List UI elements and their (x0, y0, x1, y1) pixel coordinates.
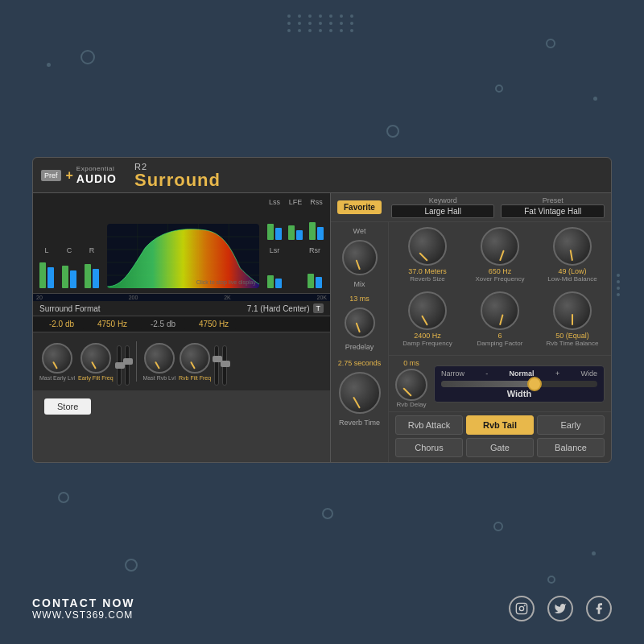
meter-Rsr: Rsr (308, 246, 322, 288)
rvb-delay-label: Rvb Delay (397, 401, 427, 408)
params-grid: 37.0 Meters Reverb Size 650 Hz Xover Fre… (389, 222, 611, 355)
faders-right (214, 337, 227, 386)
meter-Lsr: Lsr (267, 246, 282, 288)
plugin-surround-label: Surround (134, 171, 221, 189)
early-filt-value: 4750 Hz (90, 319, 134, 329)
keyword-value[interactable]: Large Hall (391, 204, 495, 218)
format-label: Surround Format (39, 304, 101, 313)
param-value-5: 50 (Equal) (555, 332, 589, 340)
mast-rvb-value: -2.5 db (141, 319, 185, 329)
eq-svg (107, 224, 259, 288)
facebook-icon[interactable] (586, 596, 612, 621)
logo-area: Exponential AUDIO (76, 165, 117, 185)
favorite-button[interactable]: Favorite (337, 200, 382, 214)
param-knob-1[interactable] (481, 227, 519, 266)
brand-audio: AUDIO (76, 172, 117, 185)
param-knob-2[interactable] (553, 227, 592, 266)
preset-col: Preset Fat Vintage Hall (501, 196, 605, 218)
brand-name: Exponential (76, 165, 117, 172)
plugin-header: Pref + Exponential AUDIO R2 Surround (33, 158, 611, 193)
twitter-icon[interactable] (547, 596, 573, 621)
rvb-filt-knob-container: Rvb Filt Freq (179, 343, 211, 381)
svg-point-10 (524, 605, 525, 606)
early-filt-knob[interactable] (80, 343, 111, 374)
param-label-5: Rvb Time Balance (547, 340, 599, 347)
tab-balance[interactable]: Balance (537, 438, 605, 457)
preset-row: Favorite Keyword Large Hall Preset Fat V… (331, 193, 611, 222)
rvb-filt-label: Rvb Filt Freq (179, 375, 211, 381)
param-label-4: Damping Factor (477, 340, 523, 347)
format-bar: Surround Format 7.1 (Hard Center) T (33, 301, 330, 316)
rvb-delay-area: 0 ms Rvb Delay (395, 359, 427, 408)
param-label-2: Low-Mid Balance (547, 275, 597, 283)
fader-track-2[interactable] (125, 345, 130, 386)
meter-empty (288, 246, 301, 288)
width-slider-thumb[interactable] (527, 377, 542, 391)
meter-C: C (62, 246, 76, 288)
param-rvb-time-bal: 50 (Equal) Rvb Time Balance (539, 291, 606, 351)
fader-thumb-2 (123, 358, 133, 365)
bottom-tabs: Rvb Attack Rvb Tail Early Chorus (389, 411, 611, 462)
format-t-button[interactable]: T (313, 303, 324, 313)
right-meters: Lss LFE (267, 198, 324, 288)
params-area: 37.0 Meters Reverb Size 650 Hz Xover Fre… (389, 222, 611, 462)
fader-track-4[interactable] (222, 345, 227, 386)
width-slider-fill (441, 381, 535, 387)
deco-circle-1 (80, 50, 95, 64)
param-knob-0[interactable] (408, 227, 447, 266)
deco-circle-6 (493, 522, 503, 531)
tab-rvb-attack[interactable]: Rvb Attack (395, 415, 463, 435)
param-knob-3[interactable] (408, 291, 447, 330)
separator-1 (136, 341, 137, 382)
deco-dot-2 (593, 97, 597, 101)
contact-text-area: CONTACT NOW WWW.VST369.COM (32, 597, 135, 621)
contact-url-label: WWW.VST369.COM (32, 609, 135, 621)
rvb-delay-knob[interactable] (395, 369, 427, 401)
meter-Lss: Lss (267, 198, 282, 240)
tab-chorus[interactable]: Chorus (395, 438, 463, 457)
meter-Rss: Rss (309, 198, 324, 240)
preset-value[interactable]: Fat Vintage Hall (501, 204, 605, 218)
left-panel: L C R (33, 193, 331, 462)
predelay-knob[interactable] (345, 308, 375, 338)
store-button[interactable]: Store (44, 398, 91, 415)
tab-gate[interactable]: Gate (466, 438, 534, 457)
pref-button[interactable]: Pref (41, 170, 61, 181)
deco-circle-7 (547, 576, 555, 584)
param-knob-4[interactable] (481, 291, 519, 330)
predelay-label: Predelay (345, 343, 374, 351)
rvb-filt-knob[interactable] (180, 343, 210, 374)
svg-point-9 (519, 606, 523, 610)
tab-early[interactable]: Early (537, 415, 605, 435)
width-normal-label: Normal (510, 369, 535, 378)
deco-circle-3 (495, 85, 503, 93)
width-slider-track[interactable] (441, 381, 597, 387)
param-reverb-size: 37.0 Meters Reverb Size (394, 227, 461, 287)
wet-column: Wet Mix 13 ms Predelay 2.75 seconds Reve… (331, 222, 389, 462)
fader-track-3[interactable] (214, 345, 219, 386)
width-title: Width (441, 389, 597, 398)
reverb-time-knob[interactable] (339, 372, 381, 414)
param-knob-5[interactable] (553, 291, 592, 330)
meter-R: R (85, 246, 99, 288)
wet-knob[interactable] (342, 240, 378, 275)
wet-label: Wet (353, 227, 366, 235)
tab-rvb-tail[interactable]: Rvb Tail (466, 415, 534, 435)
plugin-container: Pref + Exponential AUDIO R2 Surround L (32, 157, 612, 463)
meter-LFE: LFE (288, 198, 303, 240)
mast-early-knob[interactable] (42, 343, 72, 374)
mast-early-knob-container: Mast Early Lvl (39, 343, 75, 381)
fader-track-1[interactable] (117, 345, 122, 386)
param-label-0: Reverb Size (410, 275, 445, 283)
mast-rvb-knob[interactable] (144, 343, 175, 374)
channel-meters: L C R (33, 193, 330, 294)
mast-rvb-knob-container: Mast Rvb Lvl (143, 343, 175, 381)
deco-dot-3 (592, 551, 596, 555)
width-area: Narrow - Normal + Wide Width (434, 365, 605, 402)
rvb-delay-value: 0 ms (403, 359, 419, 367)
instagram-icon[interactable] (509, 596, 535, 621)
param-xover-freq: 650 Hz Xover Frequency (466, 227, 534, 287)
rvb-filt-value: 4750 Hz (192, 319, 236, 329)
param-value-4: 6 (497, 332, 502, 340)
keyword-title: Keyword (391, 196, 495, 204)
